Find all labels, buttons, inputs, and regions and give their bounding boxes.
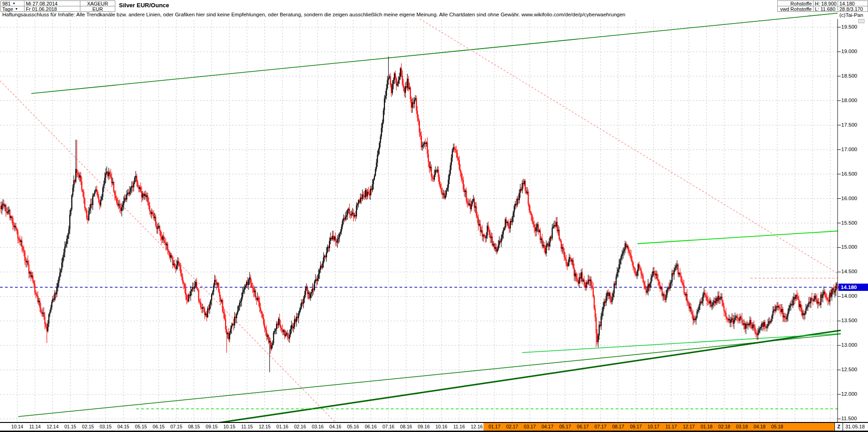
x-axis-label: 11.15: [241, 424, 253, 429]
x-axis-label: 12.14: [47, 424, 59, 429]
x-axis-label: 06.16: [365, 424, 376, 429]
x-axis-label: 09.16: [418, 424, 429, 429]
x-axis-label: 10.15: [223, 424, 235, 429]
x-axis-label: 01.18: [700, 424, 712, 429]
x-axis-label: 05.15: [135, 424, 147, 429]
x-axis-label: 05.17: [559, 424, 571, 429]
y-axis-label: 19.500: [841, 24, 857, 29]
y-axis-label: 14.000: [841, 293, 857, 299]
x-axis-label: 07.17: [595, 424, 607, 429]
x-axis-label: 02.16: [294, 424, 306, 429]
y-axis-label: 15.500: [841, 220, 857, 226]
x-axis-label: 11.14: [29, 424, 41, 429]
y-axis-label: 17.000: [841, 147, 857, 152]
y-axis-label: 14.500: [841, 269, 857, 274]
up-candle-bodies: [2, 69, 837, 349]
x-axis-label: 02.17: [506, 424, 518, 429]
upper-channel-line: [31, 13, 838, 93]
downtrend-line-1: [0, 81, 336, 423]
x-axis-label: 03.18: [736, 424, 748, 429]
y-axis-label: 12.000: [841, 391, 857, 397]
up-candle-wicks: [2, 57, 837, 373]
x-axis-label: 11.16: [454, 424, 465, 429]
y-axis-label: 17.500: [841, 122, 857, 128]
lower-channel-thick: [211, 330, 841, 424]
x-axis-label: 01.17: [488, 424, 500, 429]
x-axis-label: 04.17: [542, 424, 553, 429]
x-axis-label: 10.17: [647, 424, 659, 429]
x-axis: 10.1411.1412.1401.1502.1503.1504.1505.15…: [0, 423, 868, 431]
x-axis-label: 06.17: [577, 424, 589, 429]
price-chart[interactable]: [0, 0, 868, 432]
x-axis-label: 11.17: [666, 424, 677, 429]
x-axis-label: 08.15: [188, 424, 200, 429]
x-axis-label: 10.16: [435, 424, 447, 429]
y-axis-label: 18.000: [841, 98, 857, 103]
x-axis-label: 12.17: [683, 424, 695, 429]
x-axis-label: 07.16: [382, 424, 394, 429]
x-axis-label: 10.14: [11, 424, 23, 429]
x-axis-label: 05.16: [347, 424, 359, 429]
y-axis-label: 12.500: [841, 367, 857, 372]
x-axis-label: 04.18: [754, 424, 765, 429]
x-axis-label: 07.15: [170, 424, 182, 429]
x-axis-label: 08.17: [612, 424, 624, 429]
x-axis-label: 12.15: [259, 424, 271, 429]
minor-resistance-green: [637, 231, 838, 244]
x-axis-label: 01.15: [64, 424, 76, 429]
x-axis-label: 02.18: [718, 424, 730, 429]
y-axis-label: 18.500: [841, 73, 857, 79]
y-axis-label: 15.000: [841, 244, 857, 250]
x-axis-label: 03.16: [312, 424, 324, 429]
x-axis-label: 12.16: [471, 424, 483, 429]
last-price-tag: 14.180: [838, 284, 868, 291]
end-date-label: 31.05.18: [845, 424, 865, 429]
lower-channel-thin: [18, 334, 841, 417]
y-axis-label: 16.500: [841, 171, 857, 177]
x-axis-label: 09.15: [206, 424, 217, 429]
x-axis-label: 08.16: [400, 424, 412, 429]
x-axis-label: 05.18: [771, 424, 783, 429]
x-axis-label: 03.17: [524, 424, 536, 429]
y-axis-label: 16.000: [841, 196, 857, 201]
x-axis-label: 04.15: [117, 424, 129, 429]
taipan-chart-window: 981 ▼ Tage ▼ Mi 27.08.2014 Fr 01.06.2018…: [0, 0, 868, 432]
y-axis-label: 13.500: [841, 318, 857, 323]
x-axis-label: 03.15: [100, 424, 112, 429]
x-axis-label: 02.15: [82, 424, 94, 429]
y-axis-label: 19.000: [841, 49, 857, 54]
x-axis-label: 09.17: [630, 424, 641, 429]
y-axis-label: 13.000: [841, 342, 857, 348]
zoom-button[interactable]: Z: [834, 423, 843, 431]
x-axis-label: 01.16: [276, 424, 288, 429]
x-axis-label: 06.15: [153, 424, 164, 429]
x-axis-label: 04.16: [330, 424, 341, 429]
y-axis-label: 11.500: [841, 416, 857, 421]
